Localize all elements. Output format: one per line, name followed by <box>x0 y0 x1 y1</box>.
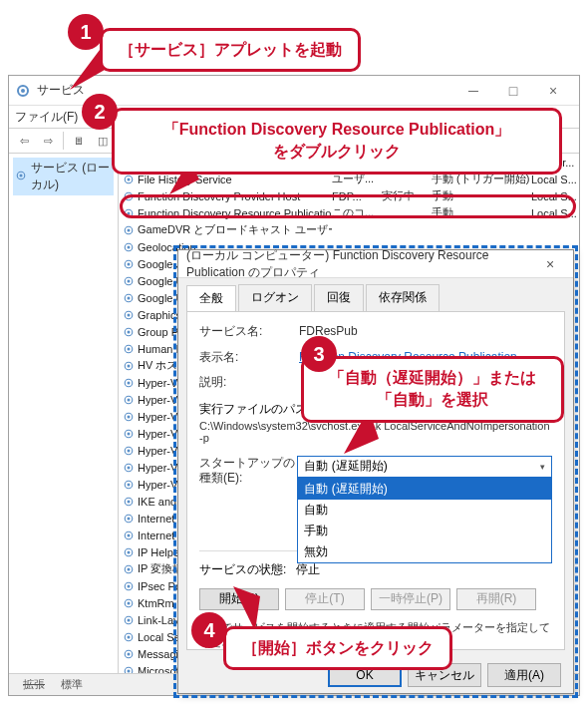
stop-button: 停止(T) <box>285 588 365 610</box>
gear-icon <box>123 665 135 674</box>
callout-4: ［開始］ボタンをクリック <box>223 626 452 670</box>
gear-icon <box>123 462 135 474</box>
svg-point-45 <box>128 500 131 503</box>
gear-icon <box>123 563 135 575</box>
menu-file[interactable]: ファイル(F) <box>15 109 78 126</box>
gear-icon <box>123 496 135 508</box>
gear-icon <box>123 411 135 423</box>
pause-button: 一時停止(P) <box>371 588 450 610</box>
tab-general[interactable]: 全般 <box>186 285 236 312</box>
dialog-tabs: 全般 ログオン 回復 依存関係 <box>178 278 573 311</box>
apply-button[interactable]: 適用(A) <box>487 663 561 687</box>
gear-icon <box>123 360 135 372</box>
svg-point-15 <box>128 245 131 248</box>
service-name: IP Helper <box>138 546 183 558</box>
badge-1: 1 <box>68 14 104 50</box>
svg-point-1 <box>21 89 25 93</box>
svg-point-41 <box>128 466 131 469</box>
close-button[interactable]: × <box>533 77 573 105</box>
dialog-titlebar: (ローカル コンピューター) Function Discovery Resour… <box>178 250 573 278</box>
gear-icon <box>123 445 135 457</box>
svg-point-7 <box>128 177 131 180</box>
service-logon: Local S... <box>531 174 579 185</box>
gear-icon <box>123 580 135 592</box>
dropdown-list[interactable]: 自動 (遅延開始)自動手動無効 <box>297 478 552 563</box>
forward-button[interactable]: ⇨ <box>37 130 59 152</box>
gear-icon <box>123 648 135 660</box>
svg-point-17 <box>128 262 131 265</box>
dropdown-option[interactable]: 手動 <box>298 521 551 541</box>
dialog-close-button[interactable]: × <box>535 256 565 272</box>
svg-point-25 <box>128 330 131 333</box>
dropdown-option[interactable]: 無効 <box>298 541 551 562</box>
startup-type-dropdown[interactable]: 自動 (遅延開始) ▾ 自動 (遅延開始)自動手動無効 <box>297 456 552 478</box>
callout-2: 「Function Discovery Resource Publication… <box>112 108 562 175</box>
svg-point-35 <box>128 415 131 418</box>
table-row[interactable]: GameDVR とブロードキャスト ユーザー サービス_1f <box>119 221 579 238</box>
gear-icon <box>123 631 135 643</box>
badge-4: 4 <box>191 612 227 648</box>
svg-point-31 <box>128 381 131 384</box>
back-button[interactable]: ⇦ <box>13 130 35 152</box>
svg-point-53 <box>128 567 131 570</box>
svg-point-27 <box>128 347 131 350</box>
badge-2: 2 <box>82 94 118 130</box>
tree-pane: サービス (ローカル) <box>9 154 119 673</box>
callout-1: ［サービス］アプレットを起動 <box>100 28 361 72</box>
svg-point-29 <box>128 364 131 367</box>
svg-point-13 <box>128 228 131 231</box>
svg-point-23 <box>128 313 131 316</box>
label-startup-type: スタートアップの種類(E): <box>199 456 297 487</box>
svg-point-65 <box>128 669 131 672</box>
value-service-status: 停止 <box>296 561 320 578</box>
gear-icon <box>123 546 135 558</box>
tab-recovery[interactable]: 回復 <box>314 284 364 311</box>
svg-point-57 <box>128 601 131 604</box>
dropdown-option[interactable]: 自動 <box>298 500 551 521</box>
svg-marker-69 <box>233 586 260 631</box>
tree-item-label: サービス (ローカル) <box>31 160 112 193</box>
tab-dependencies[interactable]: 依存関係 <box>366 284 440 311</box>
badge-3: 3 <box>301 336 337 372</box>
svg-point-61 <box>128 635 131 638</box>
dialog-title: (ローカル コンピューター) Function Discovery Resour… <box>186 247 535 281</box>
gear-icon <box>123 309 135 321</box>
svg-point-21 <box>128 296 131 299</box>
svg-point-3 <box>20 174 23 177</box>
properties-button[interactable]: ◫ <box>92 130 114 152</box>
tab-logon[interactable]: ログオン <box>238 284 312 311</box>
svg-point-33 <box>128 398 131 401</box>
label-display-name: 表示名: <box>199 350 299 366</box>
svg-point-19 <box>128 279 131 282</box>
tree-item-services-local[interactable]: サービス (ローカル) <box>13 158 114 195</box>
minimize-button[interactable]: ─ <box>453 77 493 105</box>
chevron-down-icon: ▾ <box>540 462 545 472</box>
resume-button: 再開(R) <box>456 588 536 610</box>
service-name: GameDVR とブロードキャスト ユーザー サービス_1f <box>138 222 332 237</box>
gear-icon <box>123 428 135 440</box>
gear-icon <box>15 170 27 184</box>
maximize-button[interactable]: □ <box>493 77 533 105</box>
gear-icon <box>123 513 135 525</box>
gear-icon <box>123 343 135 355</box>
tab-standard[interactable]: 標準 <box>55 675 89 694</box>
svg-point-47 <box>128 517 131 520</box>
gear-icon <box>123 258 135 270</box>
services-app-icon <box>15 83 31 99</box>
gear-icon <box>123 614 135 626</box>
gear-icon <box>123 275 135 287</box>
refresh-button[interactable]: 🗏 <box>68 130 90 152</box>
svg-point-59 <box>128 618 131 621</box>
svg-point-51 <box>128 550 131 553</box>
label-service-name: サービス名: <box>199 324 299 340</box>
svg-point-55 <box>128 584 131 587</box>
gear-icon <box>123 530 135 541</box>
tab-extended[interactable]: 拡張 <box>17 675 51 694</box>
label-description: 説明: <box>199 375 299 391</box>
dropdown-selected: 自動 (遅延開始) <box>304 458 387 475</box>
callout-3: 「自動（遅延開始）」または 「自動」を選択 <box>301 356 564 423</box>
gear-icon <box>123 377 135 389</box>
dropdown-option[interactable]: 自動 (遅延開始) <box>298 479 551 500</box>
gear-icon <box>123 241 135 253</box>
gear-icon <box>123 326 135 338</box>
